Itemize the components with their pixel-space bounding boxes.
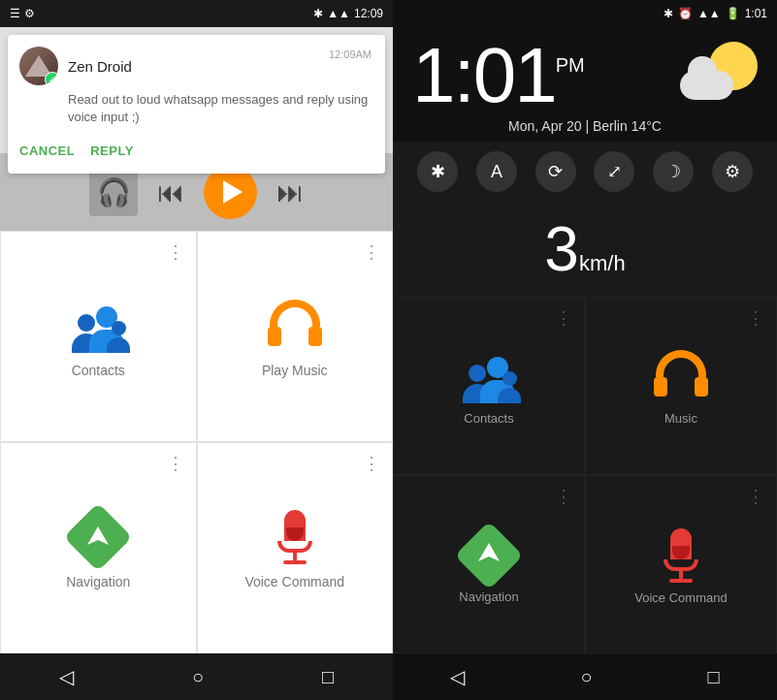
music-label-right: Music [664,411,697,426]
voice-label-right: Voice Command [634,590,727,605]
svg-marker-0 [87,526,109,545]
next-button[interactable]: ⏭ [276,176,304,208]
home-button-right[interactable]: ○ [580,666,592,688]
bluetooth-qs-icon: ✱ [431,161,445,182]
quick-settings: ✱ A ⟳ ⤢ ☽ ⚙ [393,142,777,202]
status-right-icons: ✱ ▲▲ 12:09 [313,7,383,20]
speed-unit: km/h [579,251,626,275]
brightness-toggle[interactable]: A [476,151,517,192]
signal-icon-right: ▲▲ [697,7,721,20]
status-icons-left: ☰ ⚙ [10,7,35,20]
music-label: Play Music [262,363,328,378]
right-cell-navigation[interactable]: ⋮ Navigation [393,475,585,653]
reply-button[interactable]: REPLY [90,140,134,162]
notif-title-row: Zen Droid [68,58,373,75]
right-cell-music[interactable]: ⋮ Music [585,297,777,475]
battery-icon: 🔋 [726,7,740,20]
clock-area: 1:01 PM Mon, Apr 20 | Berlin 14°C [393,27,777,142]
signal-icon-left: ▲▲ [327,7,350,20]
clock-time: 1:01 [412,37,556,114]
weather-icon [680,42,758,100]
voice-icon-right [664,528,698,583]
clock-period: PM [556,54,585,77]
r-person3 [498,371,521,403]
right-cell-menu-nav[interactable]: ⋮ [555,486,572,507]
speed-area: 3km/h [393,202,777,297]
status-bar-right: ✱ ⏰ ▲▲ 🔋 1:01 [393,0,777,27]
grid-cell-voice[interactable]: ⋮ Voice Command [197,442,394,653]
contacts-icon-right [455,350,523,403]
right-cell-menu-music[interactable]: ⋮ [747,307,764,329]
bluetooth-toggle[interactable]: ✱ [417,151,458,192]
cancel-button[interactable]: CANCEL [19,140,75,162]
bluetooth-icon-left: ✱ [313,7,323,20]
nav-arrow-svg [84,524,112,551]
voice-label: Voice Command [244,574,344,589]
brightness-icon: A [491,162,502,182]
cloud-shape [680,71,733,100]
cell-menu-music[interactable]: ⋮ [363,241,380,263]
fullscreen-icon: ⤢ [607,161,622,182]
navigation-label-right: Navigation [459,589,518,604]
grid-cell-contacts[interactable]: ⋮ Contacts [0,231,197,442]
play-triangle [223,180,243,204]
notif-time: 12:09AM [329,48,372,60]
settings-toggle[interactable]: ⚙ [712,151,753,192]
cell-menu-contacts[interactable]: ⋮ [167,241,184,263]
notification-card: ✓ Zen Droid 12:09AM Read out to loud wha… [8,35,385,174]
home-button-left[interactable]: ○ [192,666,204,688]
notif-message: Read out to loud whatsapp messages and r… [68,91,373,126]
right-cell-voice[interactable]: ⋮ Voice Command [585,475,777,653]
time-display: 1:01 PM [412,37,585,114]
gear-icon: ⚙ [725,161,740,182]
time-right: 1:01 [745,7,767,20]
right-cell-contacts[interactable]: ⋮ Contacts [393,297,585,475]
cell-menu-voice[interactable]: ⋮ [363,453,380,474]
grid-cell-music[interactable]: ⋮ Play Music [197,231,394,442]
app-grid-right: ⋮ Contacts ⋮ [393,297,777,653]
grid-cell-navigation[interactable]: ⋮ Navigation [0,442,197,653]
recents-button-left[interactable]: □ [322,666,334,688]
avatar: ✓ [19,47,58,85]
contacts-label: Contacts [72,363,125,378]
navigation-label: Navigation [66,574,130,589]
nav-arrow-svg-right [475,540,502,567]
notif-app-name: Zen Droid [68,58,373,75]
music-icon [266,300,324,353]
cell-menu-nav[interactable]: ⋮ [167,453,184,474]
back-button-right[interactable]: ◁ [450,665,465,688]
person3 [107,321,130,353]
nav-bar-left: ◁ ○ □ [0,653,393,700]
dnd-toggle[interactable]: ☽ [653,151,694,192]
rotate-toggle[interactable]: ⟳ [535,151,576,192]
notif-actions: CANCEL REPLY [19,140,373,162]
settings-icon: ⚙ [24,7,35,20]
prev-button[interactable]: ⏮ [157,176,184,208]
left-panel: ☰ ⚙ ✱ ▲▲ 12:09 ✓ Zen Droid 12:09AM Read … [0,0,393,700]
moon-icon: ☽ [665,161,681,182]
status-bar-left: ☰ ⚙ ✱ ▲▲ 12:09 [0,0,393,27]
right-cell-menu-voice[interactable]: ⋮ [747,486,764,507]
right-panel: ✱ ⏰ ▲▲ 🔋 1:01 1:01 PM Mon, Apr 20 | Berl… [393,0,777,700]
menu-icon: ☰ [10,7,20,20]
contacts-icon [64,300,132,353]
headphone-placeholder: 🎧 [89,168,138,216]
music-icon-right [652,350,710,403]
right-cell-menu-contacts[interactable]: ⋮ [555,307,572,329]
recents-button-right[interactable]: □ [707,666,719,688]
back-button-left[interactable]: ◁ [59,665,74,688]
alarm-icon: ⏰ [678,7,693,20]
rotate-icon: ⟳ [548,161,563,182]
svg-marker-1 [478,543,500,561]
speed-value: 3km/h [544,257,625,273]
clock-date: Mon, Apr 20 | Berlin 14°C [412,118,758,134]
navigation-icon-right [463,528,516,582]
headphone-icon-sm: 🎧 [97,176,131,208]
fullscreen-toggle[interactable]: ⤢ [594,151,634,192]
voice-icon [277,510,312,564]
speed-number: 3 [544,214,579,284]
notif-header: ✓ Zen Droid 12:09AM [19,47,373,85]
contacts-label-right: Contacts [464,411,513,426]
bluetooth-icon-right: ✱ [664,7,673,20]
whatsapp-badge: ✓ [45,72,58,85]
